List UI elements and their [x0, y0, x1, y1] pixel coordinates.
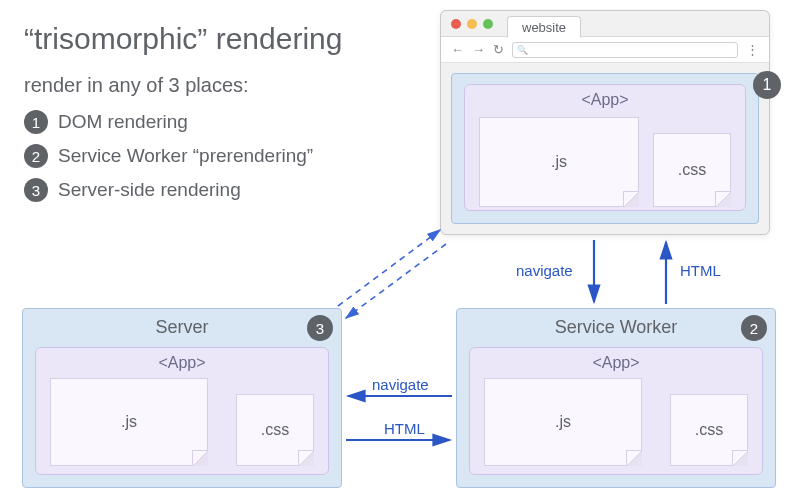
location-badge-icon: 2 — [741, 315, 767, 341]
service-worker-panel: Service Worker 2 <App> .js .css — [456, 308, 776, 488]
search-icon: 🔍 — [517, 45, 528, 55]
app-box: <App> .js .css — [35, 347, 329, 475]
file-js: .js — [484, 378, 642, 466]
file-label: .css — [261, 421, 289, 439]
app-box: <App> .js .css — [464, 84, 746, 211]
browser-titlebar: website — [441, 11, 769, 37]
reload-icon: ↻ — [493, 42, 504, 57]
file-label: .css — [678, 161, 706, 179]
traffic-light-max-icon — [483, 19, 493, 29]
list-item-label: DOM rendering — [58, 111, 188, 133]
server-panel: Server 3 <App> .js .css — [22, 308, 342, 488]
app-label: <App> — [465, 91, 745, 109]
diagram-subtitle: render in any of 3 places: — [24, 74, 249, 97]
file-label: .js — [551, 153, 567, 171]
arrow-label-html: HTML — [384, 420, 425, 437]
number-badge-icon: 2 — [24, 144, 48, 168]
file-label: .js — [555, 413, 571, 431]
page-fold-icon — [298, 450, 314, 466]
browser-viewport: <App> .js .css — [451, 73, 759, 224]
page-fold-icon — [192, 450, 208, 466]
location-badge-icon: 3 — [307, 315, 333, 341]
menu-icon: ⋮ — [746, 42, 759, 57]
panel-title: Service Worker — [457, 317, 775, 338]
list-item: 1 DOM rendering — [24, 110, 313, 134]
number-badge-icon: 1 — [24, 110, 48, 134]
file-css: .css — [670, 394, 748, 466]
page-fold-icon — [732, 450, 748, 466]
arrow-label-html: HTML — [680, 262, 721, 279]
number-badge-icon: 3 — [24, 178, 48, 202]
file-css: .css — [653, 133, 731, 207]
app-label: <App> — [470, 354, 762, 372]
file-label: .js — [121, 413, 137, 431]
list-item-label: Server-side rendering — [58, 179, 241, 201]
app-label: <App> — [36, 354, 328, 372]
panel-title: Server — [23, 317, 341, 338]
arrow-label-navigate: navigate — [516, 262, 573, 279]
back-icon: ← — [451, 42, 464, 57]
file-css: .css — [236, 394, 314, 466]
browser-toolbar: ← → ↻ 🔍 ⋮ — [441, 37, 769, 63]
browser-tab: website — [507, 16, 581, 38]
page-fold-icon — [715, 191, 731, 207]
app-box: <App> .js .css — [469, 347, 763, 475]
list-item-label: Service Worker “prerendering” — [58, 145, 313, 167]
file-js: .js — [479, 117, 639, 207]
arrow-dashed-browser-server-icon — [346, 244, 446, 318]
list-item: 3 Server-side rendering — [24, 178, 313, 202]
places-list: 1 DOM rendering 2 Service Worker “preren… — [24, 110, 313, 212]
page-fold-icon — [626, 450, 642, 466]
list-item: 2 Service Worker “prerendering” — [24, 144, 313, 168]
diagram-title: “trisomorphic” rendering — [24, 22, 342, 56]
arrow-label-navigate: navigate — [372, 376, 429, 393]
url-bar: 🔍 — [512, 42, 738, 58]
file-label: .css — [695, 421, 723, 439]
forward-icon: → — [472, 42, 485, 57]
traffic-light-min-icon — [467, 19, 477, 29]
traffic-light-close-icon — [451, 19, 461, 29]
page-fold-icon — [623, 191, 639, 207]
browser-window: website ← → ↻ 🔍 ⋮ 1 <App> .js .css — [440, 10, 770, 235]
arrow-dashed-server-browser-icon — [338, 230, 440, 306]
location-badge-icon: 1 — [753, 71, 781, 99]
file-js: .js — [50, 378, 208, 466]
